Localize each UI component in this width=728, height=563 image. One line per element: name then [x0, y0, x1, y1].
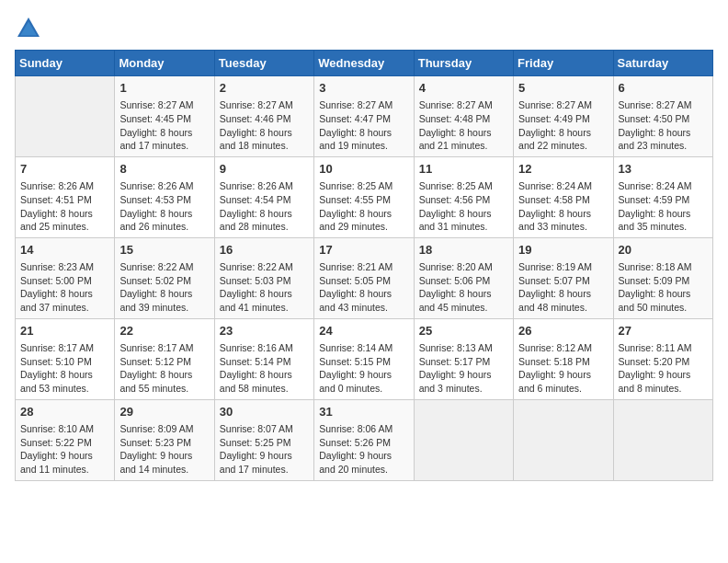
day-content: Sunrise: 8:10 AMSunset: 5:22 PMDaylight:… [20, 422, 109, 477]
calendar-cell: 9Sunrise: 8:26 AMSunset: 4:54 PMDaylight… [214, 156, 313, 237]
calendar-cell: 18Sunrise: 8:20 AMSunset: 5:06 PMDayligh… [414, 237, 513, 318]
day-content: Sunrise: 8:25 AMSunset: 4:56 PMDaylight:… [419, 179, 508, 234]
calendar-cell: 17Sunrise: 8:21 AMSunset: 5:05 PMDayligh… [314, 237, 414, 318]
day-content: Sunrise: 8:17 AMSunset: 5:10 PMDaylight:… [20, 341, 109, 396]
calendar-cell: 13Sunrise: 8:24 AMSunset: 4:59 PMDayligh… [613, 156, 712, 237]
calendar-cell: 4Sunrise: 8:27 AMSunset: 4:48 PMDaylight… [414, 76, 513, 157]
day-number: 11 [419, 161, 508, 178]
day-number: 9 [220, 161, 309, 178]
calendar-cell: 2Sunrise: 8:27 AMSunset: 4:46 PMDaylight… [214, 76, 313, 157]
calendar-cell: 31Sunrise: 8:06 AMSunset: 5:26 PMDayligh… [314, 399, 414, 480]
calendar-cell: 23Sunrise: 8:16 AMSunset: 5:14 PMDayligh… [214, 318, 313, 399]
day-number: 27 [619, 323, 708, 339]
day-number: 14 [20, 242, 109, 259]
day-number: 23 [220, 323, 309, 339]
calendar-cell: 25Sunrise: 8:13 AMSunset: 5:17 PMDayligh… [414, 318, 513, 399]
day-content: Sunrise: 8:27 AMSunset: 4:47 PMDaylight:… [319, 98, 408, 153]
calendar-cell: 27Sunrise: 8:11 AMSunset: 5:20 PMDayligh… [613, 318, 712, 399]
calendar-cell: 21Sunrise: 8:17 AMSunset: 5:10 PMDayligh… [16, 318, 115, 399]
header-wednesday: Wednesday [314, 51, 414, 76]
header-monday: Monday [115, 51, 214, 76]
header-friday: Friday [514, 51, 613, 76]
day-content: Sunrise: 8:12 AMSunset: 5:18 PMDaylight:… [518, 341, 608, 396]
day-number: 18 [419, 242, 508, 259]
day-content: Sunrise: 8:27 AMSunset: 4:48 PMDaylight:… [419, 98, 508, 153]
calendar-cell: 5Sunrise: 8:27 AMSunset: 4:49 PMDaylight… [514, 76, 613, 157]
day-content: Sunrise: 8:22 AMSunset: 5:02 PMDaylight:… [119, 260, 209, 315]
calendar-cell: 7Sunrise: 8:26 AMSunset: 4:51 PMDaylight… [16, 156, 115, 237]
calendar-cell: 29Sunrise: 8:09 AMSunset: 5:23 PMDayligh… [115, 399, 214, 480]
day-number: 7 [20, 161, 109, 178]
calendar-cell [414, 399, 513, 480]
day-number: 5 [518, 80, 608, 97]
calendar-cell: 16Sunrise: 8:22 AMSunset: 5:03 PMDayligh… [214, 237, 313, 318]
day-content: Sunrise: 8:21 AMSunset: 5:05 PMDaylight:… [319, 260, 408, 315]
calendar-cell: 11Sunrise: 8:25 AMSunset: 4:56 PMDayligh… [414, 156, 513, 237]
day-number: 26 [518, 323, 608, 339]
calendar-cell: 6Sunrise: 8:27 AMSunset: 4:50 PMDaylight… [613, 76, 712, 157]
week-row-3: 14Sunrise: 8:23 AMSunset: 5:00 PMDayligh… [16, 237, 713, 318]
day-number: 25 [419, 323, 508, 339]
week-row-2: 7Sunrise: 8:26 AMSunset: 4:51 PMDaylight… [16, 156, 713, 237]
logo-icon [15, 15, 42, 42]
calendar-cell: 26Sunrise: 8:12 AMSunset: 5:18 PMDayligh… [514, 318, 613, 399]
calendar-cell: 1Sunrise: 8:27 AMSunset: 4:45 PMDaylight… [115, 76, 214, 157]
calendar-cell: 15Sunrise: 8:22 AMSunset: 5:02 PMDayligh… [115, 237, 214, 318]
calendar-cell: 28Sunrise: 8:10 AMSunset: 5:22 PMDayligh… [16, 399, 115, 480]
day-number: 16 [220, 242, 309, 259]
day-number: 10 [319, 161, 408, 178]
calendar-cell: 8Sunrise: 8:26 AMSunset: 4:53 PMDaylight… [115, 156, 214, 237]
day-number: 28 [20, 404, 109, 420]
week-row-4: 21Sunrise: 8:17 AMSunset: 5:10 PMDayligh… [16, 318, 713, 399]
day-content: Sunrise: 8:23 AMSunset: 5:00 PMDaylight:… [20, 260, 109, 315]
calendar-cell: 22Sunrise: 8:17 AMSunset: 5:12 PMDayligh… [115, 318, 214, 399]
day-content: Sunrise: 8:27 AMSunset: 4:50 PMDaylight:… [619, 98, 708, 153]
day-content: Sunrise: 8:18 AMSunset: 5:09 PMDaylight:… [619, 260, 708, 315]
calendar-cell [613, 399, 712, 480]
day-content: Sunrise: 8:24 AMSunset: 4:58 PMDaylight:… [518, 179, 608, 234]
calendar-cell [16, 76, 115, 157]
header-tuesday: Tuesday [214, 51, 313, 76]
day-content: Sunrise: 8:11 AMSunset: 5:20 PMDaylight:… [619, 341, 708, 396]
week-row-5: 28Sunrise: 8:10 AMSunset: 5:22 PMDayligh… [16, 399, 713, 480]
calendar-body: 1Sunrise: 8:27 AMSunset: 4:45 PMDaylight… [16, 76, 713, 481]
header [15, 15, 713, 42]
day-number: 22 [119, 323, 209, 339]
calendar-cell: 20Sunrise: 8:18 AMSunset: 5:09 PMDayligh… [613, 237, 712, 318]
day-content: Sunrise: 8:14 AMSunset: 5:15 PMDaylight:… [319, 341, 408, 396]
day-content: Sunrise: 8:24 AMSunset: 4:59 PMDaylight:… [619, 179, 708, 234]
calendar-cell [514, 399, 613, 480]
day-content: Sunrise: 8:16 AMSunset: 5:14 PMDaylight:… [220, 341, 309, 396]
day-content: Sunrise: 8:19 AMSunset: 5:07 PMDaylight:… [518, 260, 608, 315]
logo [15, 15, 44, 42]
header-row: SundayMondayTuesdayWednesdayThursdayFrid… [16, 51, 713, 76]
day-number: 2 [220, 80, 309, 97]
calendar-cell: 10Sunrise: 8:25 AMSunset: 4:55 PMDayligh… [314, 156, 414, 237]
calendar-cell: 14Sunrise: 8:23 AMSunset: 5:00 PMDayligh… [16, 237, 115, 318]
day-number: 21 [20, 323, 109, 339]
day-content: Sunrise: 8:22 AMSunset: 5:03 PMDaylight:… [220, 260, 309, 315]
day-content: Sunrise: 8:17 AMSunset: 5:12 PMDaylight:… [119, 341, 209, 396]
day-number: 19 [518, 242, 608, 259]
day-number: 12 [518, 161, 608, 178]
day-content: Sunrise: 8:26 AMSunset: 4:54 PMDaylight:… [220, 179, 309, 234]
day-number: 13 [619, 161, 708, 178]
calendar-cell: 24Sunrise: 8:14 AMSunset: 5:15 PMDayligh… [314, 318, 414, 399]
header-saturday: Saturday [613, 51, 712, 76]
header-sunday: Sunday [16, 51, 115, 76]
day-number: 29 [119, 404, 209, 420]
day-number: 8 [119, 161, 209, 178]
calendar-header: SundayMondayTuesdayWednesdayThursdayFrid… [16, 51, 713, 76]
day-number: 1 [119, 80, 209, 97]
day-number: 3 [319, 80, 408, 97]
header-thursday: Thursday [414, 51, 513, 76]
calendar-cell: 19Sunrise: 8:19 AMSunset: 5:07 PMDayligh… [514, 237, 613, 318]
day-content: Sunrise: 8:26 AMSunset: 4:51 PMDaylight:… [20, 179, 109, 234]
day-content: Sunrise: 8:27 AMSunset: 4:46 PMDaylight:… [220, 98, 309, 153]
day-number: 6 [619, 80, 708, 97]
day-number: 17 [319, 242, 408, 259]
day-number: 30 [220, 404, 309, 420]
day-number: 4 [419, 80, 508, 97]
day-content: Sunrise: 8:26 AMSunset: 4:53 PMDaylight:… [119, 179, 209, 234]
day-content: Sunrise: 8:27 AMSunset: 4:49 PMDaylight:… [518, 98, 608, 153]
